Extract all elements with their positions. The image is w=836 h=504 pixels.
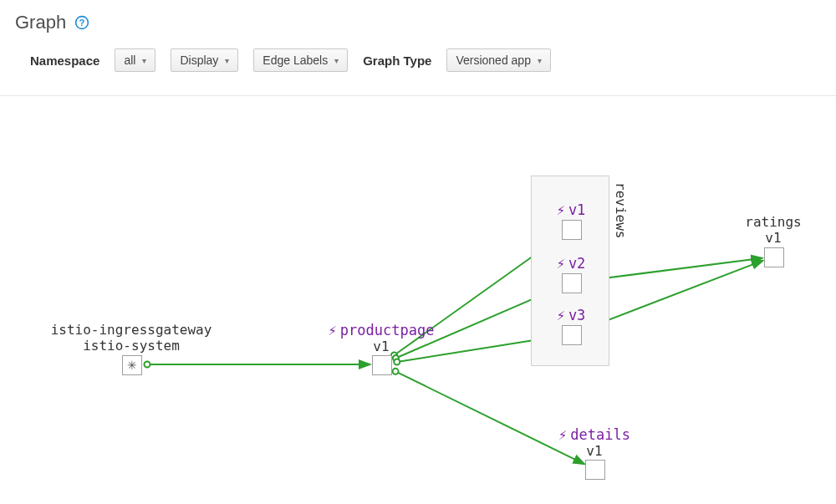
node-details[interactable]: [585, 460, 605, 480]
graph-type-dropdown[interactable]: Versioned app ▾: [446, 48, 551, 72]
edge-rev2-ratings[interactable]: [587, 258, 762, 281]
node-gw[interactable]: ✳: [122, 355, 142, 375]
display-dropdown[interactable]: Display ▾: [171, 48, 238, 72]
lightning-icon: ⚡: [557, 255, 565, 272]
svg-text:?: ?: [79, 18, 85, 28]
node-label-details: ⚡detailsv1: [507, 426, 682, 460]
node-label-rev3: ⚡v3: [546, 307, 596, 323]
node-label-rev1: ⚡v1: [546, 201, 596, 218]
help-icon[interactable]: ?: [74, 15, 89, 30]
namespace-label: Namespace: [30, 53, 99, 68]
node-product[interactable]: [372, 355, 392, 375]
node-label-rev2: ⚡v2: [546, 255, 596, 272]
namespace-dropdown[interactable]: all ▾: [115, 48, 155, 72]
namespace-value: all: [124, 53, 135, 67]
node-rev2[interactable]: [562, 273, 582, 293]
node-label-gw: istio-ingressgatewayistio-system: [43, 322, 219, 354]
node-ratings[interactable]: [764, 247, 784, 267]
lightning-icon: ⚡: [329, 322, 337, 339]
chevron-down-icon: ▾: [225, 56, 229, 65]
lightning-icon: ⚡: [557, 201, 565, 218]
edges-layer: [0, 100, 836, 504]
edge-source-dot: [145, 362, 150, 368]
svg-text:✳: ✳: [127, 359, 137, 372]
edge-labels-dropdown[interactable]: Edge Labels ▾: [253, 48, 348, 72]
page-title: Graph: [15, 12, 66, 33]
node-label-product: ⚡productpagev1: [293, 322, 469, 355]
graph-type-label: Graph Type: [363, 53, 431, 68]
lightning-icon: ⚡: [558, 426, 567, 443]
node-rev3[interactable]: [562, 325, 582, 345]
edge-source-dot: [393, 369, 399, 374]
node-label-ratings: ratingsv1: [686, 214, 836, 246]
graph-type-value: Versioned app: [456, 53, 531, 67]
display-label: Display: [180, 53, 218, 67]
chevron-down-icon: ▾: [334, 56, 339, 65]
group-label-reviews: reviews: [613, 182, 629, 238]
edge-labels-label: Edge Labels: [263, 53, 328, 67]
chevron-down-icon: ▾: [142, 56, 146, 65]
node-rev1[interactable]: [562, 220, 582, 240]
chevron-down-icon: ▾: [538, 56, 542, 65]
edge-source-dot: [394, 359, 400, 365]
lightning-icon: ⚡: [557, 307, 565, 323]
edge-rev3-ratings[interactable]: [586, 261, 763, 329]
graph-canvas[interactable]: reviews✳istio-ingressgatewayistio-system…: [0, 100, 836, 504]
divider: [0, 95, 836, 96]
